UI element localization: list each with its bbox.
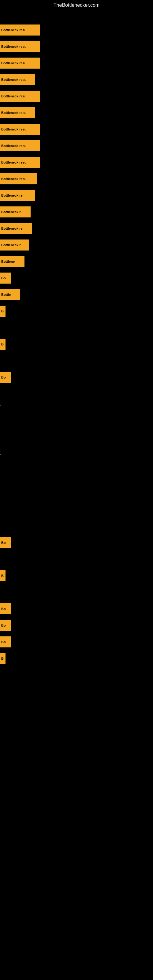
bar-item: Bottleneck resu xyxy=(0,91,40,102)
bar-item: Bottleneck resu xyxy=(0,57,40,68)
bar-label: Bottleneck re xyxy=(0,193,24,198)
bar-item: | xyxy=(0,405,1,406)
bar-label: Bottleneck resu xyxy=(0,110,28,115)
bar-item: Bottleneck re xyxy=(0,223,32,234)
bar-label: Bottleneck resu xyxy=(0,94,28,99)
bar-label: Bottleneck resu xyxy=(0,127,28,132)
bar-label: Bottle xyxy=(0,292,12,297)
bar-label: B xyxy=(0,656,5,661)
bar-item: Bottleneck r xyxy=(0,240,29,250)
bar-item: Bottleneck resu xyxy=(0,24,40,35)
bar-label: Bottleneck resu xyxy=(0,60,28,65)
bar-item: Bottleneck resu xyxy=(0,41,40,52)
bar-label: Bo xyxy=(0,640,7,644)
bar-label: Bottleneck resu xyxy=(0,44,28,49)
bar-item: B xyxy=(0,305,5,317)
bar-item: Bottle xyxy=(0,289,20,300)
bar-item: Bottleneck r xyxy=(0,207,30,218)
bar-item: Bo xyxy=(0,636,11,648)
bar-label: Bottleneck resu xyxy=(0,160,28,165)
bar-label: Bottleneck re xyxy=(0,226,24,231)
bar-item: | xyxy=(0,455,1,455)
bar-item: Bo xyxy=(0,620,11,631)
bar-item: Bottleneck resu xyxy=(0,124,40,135)
bar-label: Bottleneck resu xyxy=(0,27,28,32)
bar-label: Bo xyxy=(0,606,7,611)
site-title: TheBottlenecker.com xyxy=(0,0,153,10)
bar-label: | xyxy=(0,455,1,455)
bar-label: Bottleneck resu xyxy=(0,143,28,148)
bar-label: Bottlene xyxy=(0,259,16,264)
bar-item: Bo xyxy=(0,537,11,548)
bar-item: Bottleneck resu xyxy=(0,107,35,118)
bar-label: Bo xyxy=(0,275,7,280)
bar-item: Bo xyxy=(0,272,11,283)
bar-item: Bo xyxy=(0,372,11,383)
bar-label: Bo xyxy=(0,375,7,380)
bar-label: Bottleneck r xyxy=(0,210,22,215)
bar-label: Bottleneck resu xyxy=(0,77,28,82)
bar-label: B xyxy=(0,342,5,347)
bar-label: Bo xyxy=(0,540,7,545)
bar-item: B xyxy=(0,339,5,350)
bar-item: B xyxy=(0,653,5,664)
bar-item: Bo xyxy=(0,603,11,614)
bar-item: Bottleneck resu xyxy=(0,157,40,168)
bar-label: Bo xyxy=(0,623,7,628)
bar-label: B xyxy=(0,309,5,313)
bar-label: Bottleneck r xyxy=(0,243,22,247)
bar-item: Bottleneck resu xyxy=(0,140,40,151)
bar-label: | xyxy=(0,405,1,406)
bar-item: B xyxy=(0,570,5,581)
bar-item: Bottleneck re xyxy=(0,190,35,201)
bar-item: Bottlene xyxy=(0,256,24,267)
bar-item: Bottleneck resu xyxy=(0,173,37,185)
bar-label: Bottleneck resu xyxy=(0,177,28,181)
bar-label: B xyxy=(0,573,5,578)
bar-item: Bottleneck resu xyxy=(0,74,35,85)
